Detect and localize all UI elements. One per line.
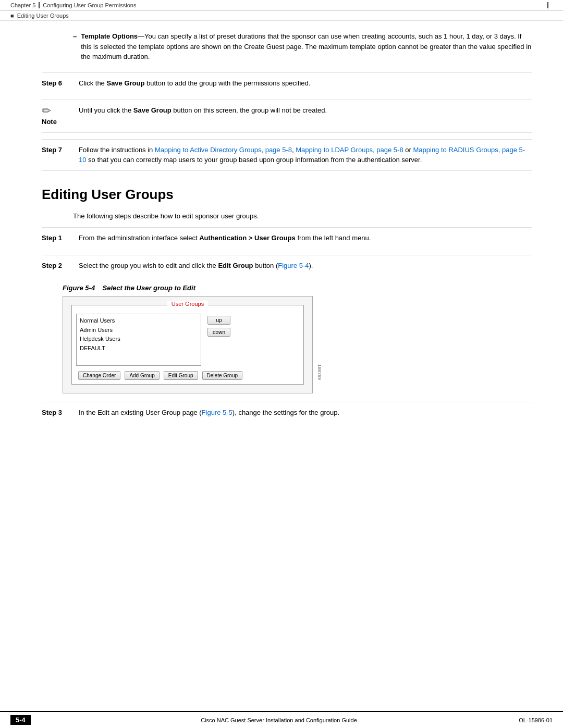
user-groups-inner: Normal Users Admin Users Helpdesk Users … [76, 314, 299, 366]
edit-step-3-row: Step 3 In the Edit an existing User Grou… [42, 402, 532, 423]
down-button[interactable]: down [207, 328, 230, 337]
step-6-bold: Save Group [106, 79, 144, 87]
edit-step-1-row: Step 1 From the administration interface… [42, 227, 532, 249]
edit-step-2-label: Step 2 [42, 261, 70, 271]
step-6-content: Click the Save Group button to add the g… [79, 78, 532, 89]
edit-step-3-content: In the Edit an existing User Group page … [79, 408, 532, 418]
figure-caption: Figure 5-4 Select the User group to Edit [63, 284, 532, 292]
main-content: – Template Options—You can specify a lis… [0, 21, 563, 471]
section-intro: The following steps describe how to edit… [73, 211, 532, 221]
link-ldap-groups[interactable]: Mapping to LDAP Groups, page 5-8 [296, 146, 403, 154]
change-order-button[interactable]: Change Order [78, 371, 120, 380]
figure-title: Select the User group to Edit [103, 284, 195, 292]
header-divider [39, 2, 40, 8]
figure-image-id: 188769 [317, 364, 322, 380]
delete-group-button[interactable]: Delete Group [202, 371, 242, 380]
step-6-label: Step 6 [42, 78, 70, 89]
bullet-text: Template Options—You can specify a list … [81, 31, 532, 62]
bottom-buttons: Change Order Add Group Edit Group Delete… [76, 371, 299, 380]
note-content: Until you click the Save Group button on… [79, 105, 532, 116]
page-number: 5-4 [10, 715, 31, 725]
user-groups-list: Normal Users Admin Users Helpdesk Users … [76, 314, 201, 366]
chapter-label: Chapter 5 [10, 2, 35, 8]
step-7-content: Follow the instructions in Mapping to Ac… [79, 145, 532, 165]
up-button[interactable]: up [207, 316, 230, 325]
edit-step-1-label: Step 1 [42, 233, 70, 243]
list-item: Normal Users [79, 316, 199, 326]
note-label-cell: ✏ Note [42, 105, 70, 127]
footer-center-text: Cisco NAC Guest Server Installation and … [39, 717, 519, 723]
figure-number: Figure 5-4 [63, 284, 95, 292]
figure-mockup: User Groups Normal Users Admin Users Hel… [63, 296, 313, 393]
figure-5-4-link[interactable]: Figure 5-4 [278, 262, 309, 269]
step-6-row: Step 6 Click the Save Group button to ad… [42, 72, 532, 94]
footer-right-text: OL-15986-01 [519, 717, 553, 723]
bullet-section: – Template Options—You can specify a lis… [73, 31, 532, 62]
breadcrumb-icon: ■ [10, 13, 16, 19]
header-right-line [547, 2, 553, 8]
note-label-text: Note [42, 117, 57, 127]
edit-step-3-label: Step 3 [42, 408, 70, 418]
bullet-bold-label: Template Options [81, 32, 138, 40]
page-header: Chapter 5 Configuring User Group Permiss… [0, 0, 563, 11]
list-item: DEFAULT [79, 344, 199, 353]
header-right-bar [547, 2, 553, 8]
step-7-row: Step 7 Follow the instructions in Mappin… [42, 139, 532, 171]
edit-group-button[interactable]: Edit Group [164, 371, 198, 380]
breadcrumb: ■ Editing User Groups [0, 11, 563, 21]
list-item: Helpdesk Users [79, 335, 199, 344]
note-row: ✏ Note Until you click the Save Group bu… [42, 100, 532, 133]
bullet-item: – Template Options—You can specify a lis… [73, 31, 532, 62]
right-buttons: up down [207, 314, 230, 366]
section-heading: Editing User Groups [42, 187, 532, 203]
edit-step-2-row: Step 2 Select the group you wish to edit… [42, 255, 532, 276]
note-icon: ✏ [42, 105, 51, 117]
note-bold: Save Group [133, 106, 172, 114]
step-7-label: Step 7 [42, 145, 70, 155]
bullet-dash: – [73, 31, 77, 62]
list-item: Admin Users [79, 326, 199, 335]
user-groups-title: User Groups [167, 301, 208, 307]
link-active-directory[interactable]: Mapping to Active Directory Groups, page… [155, 146, 292, 154]
edit-step-1-bold: Authentication > User Groups [199, 234, 296, 242]
breadcrumb-text: Editing User Groups [17, 13, 69, 19]
edit-group-bold: Edit Group [218, 262, 253, 269]
figure-5-5-link[interactable]: Figure 5-5 [202, 409, 232, 416]
bullet-body: You can specify a list of preset duratio… [81, 32, 531, 60]
figure-5-4-container: Figure 5-4 Select the User group to Edit… [63, 284, 532, 393]
edit-step-1-content: From the administration interface select… [79, 233, 532, 243]
page-footer: 5-4 Cisco NAC Guest Server Installation … [0, 711, 563, 728]
add-group-button[interactable]: Add Group [125, 371, 159, 380]
edit-step-2-content: Select the group you wish to edit and cl… [79, 261, 532, 271]
chapter-title: Configuring User Group Permissions [43, 2, 136, 8]
user-groups-box: User Groups Normal Users Admin Users Hel… [71, 305, 304, 385]
